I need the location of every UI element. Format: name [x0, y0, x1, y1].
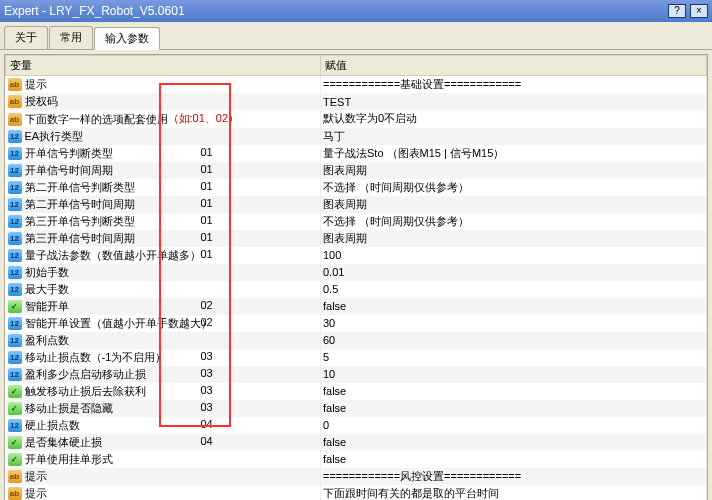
cell-variable[interactable]: 12开单信号判断类型01 [6, 145, 321, 162]
number-icon: 12 [8, 198, 22, 211]
tab-common[interactable]: 常用 [49, 26, 93, 49]
cell-value[interactable]: false [321, 400, 707, 417]
cell-variable[interactable]: 12盈利多少点启动移动止损03 [6, 366, 321, 383]
cell-value[interactable]: false [321, 434, 707, 451]
table-row[interactable]: ✓触发移动止损后去除获利03false [6, 383, 707, 400]
cell-variable[interactable]: ✓移动止损是否隐藏03 [6, 400, 321, 417]
variable-code: 02 [201, 299, 213, 311]
title-bar: Expert - LRY_FX_Robot_V5.0601 ? × [0, 0, 712, 22]
cell-variable[interactable]: 12盈利点数 [6, 332, 321, 349]
table-row[interactable]: 12移动止损点数（-1为不启用）035 [6, 349, 707, 366]
table-row[interactable]: ab提示============风控设置============ [6, 468, 707, 485]
number-icon: 12 [8, 130, 22, 143]
cell-value[interactable]: 100 [321, 247, 707, 264]
bool-icon: ✓ [8, 385, 22, 398]
table-row[interactable]: 12盈利点数60 [6, 332, 707, 349]
number-icon: 12 [8, 368, 22, 381]
cell-variable[interactable]: ✓触发移动止损后去除获利03 [6, 383, 321, 400]
cell-variable[interactable]: 12移动止损点数（-1为不启用）03 [6, 349, 321, 366]
cell-value[interactable]: 马丁 [321, 128, 707, 145]
variable-name: 开单信号时间周期 [25, 163, 113, 178]
close-button[interactable]: × [690, 4, 708, 18]
table-row[interactable]: ab提示下面跟时间有关的都是取的平台时间 [6, 485, 707, 500]
cell-value[interactable]: TEST [321, 93, 707, 110]
table-row[interactable]: 12第二开单信号判断类型01不选择 （时间周期仅供参考） [6, 179, 707, 196]
cell-variable[interactable]: 12开单信号时间周期01 [6, 162, 321, 179]
cell-value[interactable]: 30 [321, 315, 707, 332]
table-row[interactable]: ab下面数字一样的选项配套使用（如:01、02）默认数字为0不启动 [6, 110, 707, 128]
cell-value[interactable]: 默认数字为0不启动 [321, 110, 707, 128]
table-row[interactable]: ✓是否集体硬止损04false [6, 434, 707, 451]
col-header-variable[interactable]: 变量 [6, 56, 321, 76]
tab-about[interactable]: 关于 [4, 26, 48, 49]
cell-value[interactable]: 60 [321, 332, 707, 349]
number-icon: 12 [8, 215, 22, 228]
table-row[interactable]: 12最大手数0.5 [6, 281, 707, 298]
variable-name: 提示 [25, 469, 47, 484]
variable-code: 03 [201, 384, 213, 396]
cell-variable[interactable]: 12初始手数 [6, 264, 321, 281]
cell-value[interactable]: 量子战法Sto （图表M15 | 信号M15） [321, 145, 707, 162]
help-button[interactable]: ? [668, 4, 686, 18]
cell-variable[interactable]: ✓开单使用挂单形式 [6, 451, 321, 468]
table-row[interactable]: ab提示============基础设置============ [6, 76, 707, 94]
cell-variable[interactable]: 12第三开单信号时间周期01 [6, 230, 321, 247]
table-row[interactable]: ab授权码TEST [6, 93, 707, 110]
number-icon: 12 [8, 232, 22, 245]
cell-variable[interactable]: 12第二开单信号判断类型01 [6, 179, 321, 196]
table-row[interactable]: ✓智能开单02false [6, 298, 707, 315]
cell-value[interactable]: 图表周期 [321, 230, 707, 247]
cell-variable[interactable]: ab提示 [6, 76, 321, 94]
cell-value[interactable]: 5 [321, 349, 707, 366]
cell-value[interactable]: 0 [321, 417, 707, 434]
cell-value[interactable]: 10 [321, 366, 707, 383]
table-row[interactable]: 12第三开单信号时间周期01图表周期 [6, 230, 707, 247]
tab-inputs[interactable]: 输入参数 [94, 27, 160, 50]
table-row[interactable]: 12初始手数0.01 [6, 264, 707, 281]
cell-value[interactable]: 图表周期 [321, 162, 707, 179]
table-row[interactable]: 12智能开单设置（值越小开单手数越大）0230 [6, 315, 707, 332]
cell-value[interactable]: 图表周期 [321, 196, 707, 213]
cell-variable[interactable]: ✓智能开单02 [6, 298, 321, 315]
cell-variable[interactable]: ab授权码 [6, 93, 321, 110]
table-row[interactable]: 12开单信号时间周期01图表周期 [6, 162, 707, 179]
cell-variable[interactable]: ab提示 [6, 485, 321, 500]
cell-value[interactable]: 0.01 [321, 264, 707, 281]
bool-icon: ✓ [8, 453, 22, 466]
cell-variable[interactable]: 12第二开单信号时间周期01 [6, 196, 321, 213]
table-row[interactable]: 12第三开单信号判断类型01不选择 （时间周期仅供参考） [6, 213, 707, 230]
cell-variable[interactable]: 12EA执行类型 [6, 128, 321, 145]
cell-variable[interactable]: 12最大手数 [6, 281, 321, 298]
table-row[interactable]: ✓开单使用挂单形式false [6, 451, 707, 468]
cell-value[interactable]: false [321, 451, 707, 468]
cell-value[interactable]: ============基础设置============ [321, 76, 707, 94]
cell-variable[interactable]: 12智能开单设置（值越小开单手数越大）02 [6, 315, 321, 332]
table-row[interactable]: 12EA执行类型马丁 [6, 128, 707, 145]
table-row[interactable]: 12量子战法参数（数值越小开单越多）01100 [6, 247, 707, 264]
cell-variable[interactable]: ab提示 [6, 468, 321, 485]
cell-variable[interactable]: 12第三开单信号判断类型01 [6, 213, 321, 230]
col-header-value[interactable]: 赋值 [321, 56, 707, 76]
table-row[interactable]: 12盈利多少点启动移动止损0310 [6, 366, 707, 383]
cell-variable[interactable]: ab下面数字一样的选项配套使用（如:01、02） [6, 110, 321, 128]
cell-value[interactable]: 0.5 [321, 281, 707, 298]
number-icon: 12 [8, 351, 22, 364]
cell-value[interactable]: 不选择 （时间周期仅供参考） [321, 213, 707, 230]
table-row[interactable]: 12开单信号判断类型01量子战法Sto （图表M15 | 信号M15） [6, 145, 707, 162]
cell-variable[interactable]: 12量子战法参数（数值越小开单越多）01 [6, 247, 321, 264]
cell-value[interactable]: 不选择 （时间周期仅供参考） [321, 179, 707, 196]
cell-value[interactable]: false [321, 383, 707, 400]
number-icon: 12 [8, 266, 22, 279]
cell-value[interactable]: 下面跟时间有关的都是取的平台时间 [321, 485, 707, 500]
cell-variable[interactable]: ✓是否集体硬止损04 [6, 434, 321, 451]
variable-name: 授权码 [25, 94, 58, 109]
cell-variable[interactable]: 12硬止损点数04 [6, 417, 321, 434]
table-row[interactable]: 12第二开单信号时间周期01图表周期 [6, 196, 707, 213]
table-row[interactable]: ✓移动止损是否隐藏03false [6, 400, 707, 417]
variable-code: 04 [201, 435, 213, 447]
table-row[interactable]: 12硬止损点数040 [6, 417, 707, 434]
bool-icon: ✓ [8, 436, 22, 449]
cell-value[interactable]: ============风控设置============ [321, 468, 707, 485]
cell-value[interactable]: false [321, 298, 707, 315]
tab-strip: 关于 常用 输入参数 [0, 22, 712, 50]
